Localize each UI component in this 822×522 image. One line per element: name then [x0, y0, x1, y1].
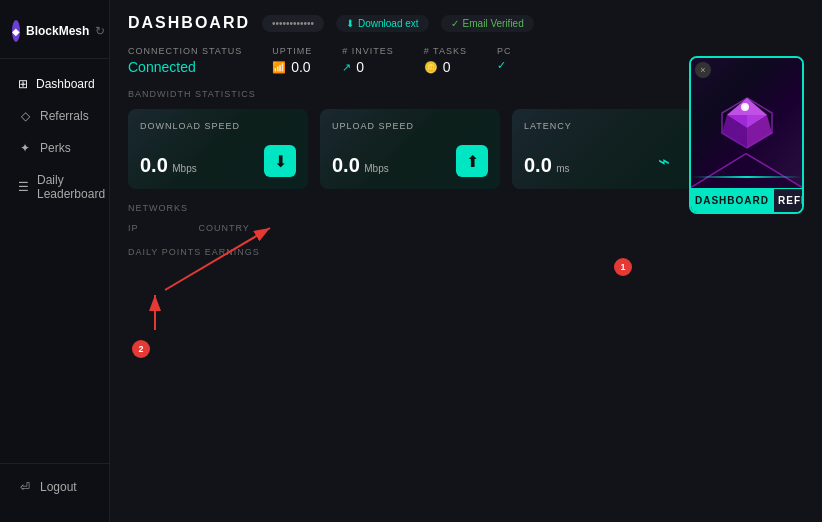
sidebar-item-perks[interactable]: ✦ Perks [8, 133, 101, 163]
networks-table-header: IP Country [128, 223, 804, 237]
tasks-icon: 🪙 [424, 61, 438, 74]
header: DASHBOARD •••••••••••• ⬇ Download ext ✓ … [128, 14, 804, 32]
download-icon-box: ⬇ [264, 145, 296, 177]
sidebar-logo: ◆ BlockMesh ↻ [0, 12, 109, 59]
app-name: BlockMesh [26, 24, 89, 38]
popup-line [691, 176, 802, 178]
check-icon: ✓ [451, 18, 459, 29]
tasks-value: 🪙 0 [424, 59, 467, 75]
popup-overlay: × DASHBOARD [689, 56, 804, 214]
referrals-icon: ◇ [18, 109, 32, 123]
check-circle-icon: ✓ [497, 59, 506, 72]
popup-close-button[interactable]: × [695, 62, 711, 78]
upload-icon-box: ⬆ [456, 145, 488, 177]
download-ext-badge[interactable]: ⬇ Download ext [336, 15, 429, 32]
latency-icon-box: ⌁ [648, 145, 680, 177]
sidebar-item-leaderboard[interactable]: ☰ Daily Leaderboard [8, 165, 101, 209]
logout-label: Logout [40, 480, 77, 494]
sidebar-nav: ⊞ Dashboard ◇ Referrals ✦ Perks ☰ Daily … [0, 69, 109, 463]
stat-tasks: # TASKS 🪙 0 [424, 46, 467, 75]
pc-value: ✓ [497, 59, 512, 72]
download-speed-card: DOWNLOAD SPEED 0.0 Mbps ⬇ [128, 109, 308, 189]
badge-1: 1 [614, 258, 632, 276]
stat-invites: # INVITES ↗ 0 [342, 46, 394, 75]
popup-image [691, 58, 802, 188]
upload-speed-card: UPLOAD SPEED 0.0 Mbps ⬆ [320, 109, 500, 189]
page-title: DASHBOARD [128, 14, 250, 32]
stat-pc: PC ✓ [497, 46, 512, 72]
leaderboard-icon: ☰ [18, 180, 29, 194]
sidebar-item-referrals[interactable]: ◇ Referrals [8, 101, 101, 131]
sidebar-item-label: Perks [40, 141, 71, 155]
sidebar-item-label: Referrals [40, 109, 89, 123]
popup-refer-button[interactable]: REFER [773, 189, 804, 212]
daily-points-section: DAILY POINTS EARNINGS [128, 247, 804, 257]
svg-marker-9 [691, 154, 802, 188]
popup-dashboard-button[interactable]: DASHBOARD [691, 189, 773, 212]
svg-point-8 [743, 105, 747, 109]
sidebar-bottom: ⏎ Logout [0, 463, 109, 510]
connection-status-value: Connected [128, 59, 242, 75]
sidebar-item-label: Dashboard [36, 77, 95, 91]
uptime-value: 📶 0.0 [272, 59, 312, 75]
stat-uptime: UPTIME 📶 0.0 [272, 46, 312, 75]
sidebar-item-label: Daily Leaderboard [37, 173, 105, 201]
logout-button[interactable]: ⏎ Logout [8, 472, 101, 502]
gem-icon [717, 93, 777, 153]
latency-card: LATENCY 0.0 ms ⌁ [512, 109, 692, 189]
trending-icon: ↗ [342, 61, 351, 74]
badge-2: 2 [132, 340, 150, 358]
email-verified-badge: ✓ Email Verified [441, 15, 534, 32]
svg-line-13 [165, 228, 270, 290]
logo-icon: ◆ [12, 20, 20, 42]
sidebar: ◆ BlockMesh ↻ ⊞ Dashboard ◇ Referrals ✦ … [0, 0, 110, 522]
dashboard-icon: ⊞ [18, 77, 28, 91]
stat-connection-status: CONNECTION STATUS Connected [128, 46, 242, 75]
invites-value: ↗ 0 [342, 59, 394, 75]
triangle-graphic [691, 148, 802, 188]
refresh-icon[interactable]: ↻ [95, 24, 105, 38]
popup-buttons: DASHBOARD REFER [691, 188, 802, 212]
wifi-icon: 📶 [272, 61, 286, 74]
sidebar-item-dashboard[interactable]: ⊞ Dashboard [8, 69, 101, 99]
logout-icon: ⏎ [18, 480, 32, 494]
perks-icon: ✦ [18, 141, 32, 155]
user-info: •••••••••••• [262, 15, 324, 32]
main-content: DASHBOARD •••••••••••• ⬇ Download ext ✓ … [110, 0, 822, 522]
download-icon: ⬇ [346, 18, 354, 29]
